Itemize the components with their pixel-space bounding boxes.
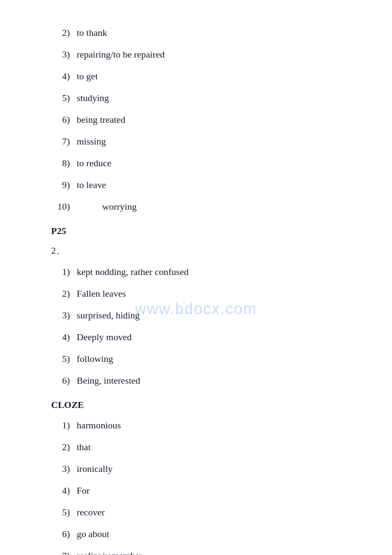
list-item: 3) ironically <box>51 462 349 476</box>
list-item: 3) surprised, hiding <box>51 308 349 322</box>
list-text: kept nodding, rather confused <box>77 265 189 279</box>
list-item: 10) worrying <box>51 199 349 214</box>
list-text: being treated <box>77 113 125 127</box>
list-item: 4) to get <box>51 69 349 83</box>
list-item: 8) to reduce <box>51 156 349 170</box>
list-number: 2) <box>51 286 77 301</box>
list-number: 3) <box>51 47 77 61</box>
section-1-list: 2) to thank 3) repairing/to be repaired … <box>51 26 349 214</box>
list-text: studying <box>77 91 109 105</box>
list-text: For <box>77 483 90 497</box>
list-number: 5) <box>51 505 77 519</box>
list-number: 9) <box>51 178 77 192</box>
list-item: 5) studying <box>51 91 349 105</box>
list-item: 7) missing <box>51 134 349 148</box>
list-number: 5) <box>51 352 77 366</box>
list-number: 7) <box>51 549 77 555</box>
list-text: to thank <box>77 26 107 40</box>
list-item: 7) realize/remember <box>51 549 349 555</box>
list-item: 5) following <box>51 352 349 366</box>
list-number: 2) <box>51 26 77 40</box>
list-text: missing <box>77 134 106 148</box>
list-item: 9) to leave <box>51 178 349 192</box>
list-text: go about <box>77 527 109 541</box>
list-number: 7) <box>51 134 77 148</box>
list-number: 1) <box>51 418 77 432</box>
list-item: 6) go about <box>51 527 349 541</box>
list-item: 2) that <box>51 440 349 454</box>
list-item: 4) Deeply moved <box>51 330 349 344</box>
list-number: 5) <box>51 91 77 105</box>
list-number: 6) <box>51 113 77 127</box>
list-text: to reduce <box>77 156 111 170</box>
list-item: 2) Fallen leaves <box>51 286 349 301</box>
list-text: Deeply moved <box>77 330 132 344</box>
list-item: 2) to thank <box>51 26 349 40</box>
list-text: realize/remember <box>77 549 142 555</box>
list-text: following <box>77 352 113 366</box>
list-item: 3) repairing/to be repaired <box>51 47 349 61</box>
list-number: 6) <box>51 373 77 387</box>
list-text: surprised, hiding <box>77 308 140 322</box>
list-text: harmonious <box>77 418 121 432</box>
list-number: 6) <box>51 527 77 541</box>
list-text: Being, interested <box>77 373 140 387</box>
cloze-list: 1) harmonious 2) that 3) ironically 4) F… <box>51 418 349 555</box>
list-text: repairing/to be repaired <box>77 47 164 61</box>
list-text: that <box>77 440 91 454</box>
list-item: 1) kept nodding, rather confused <box>51 265 349 279</box>
list-text: to get <box>77 69 98 83</box>
list-text: to leave <box>77 178 106 192</box>
list-number: 2) <box>51 440 77 454</box>
list-item: 4) For <box>51 483 349 497</box>
list-number: 1) <box>51 265 77 279</box>
list-text: ironically <box>77 462 112 476</box>
cloze-header: CLOZE <box>51 399 349 410</box>
list-item: 6) being treated <box>51 113 349 127</box>
list-number: 10) <box>51 199 77 214</box>
list-number: 3) <box>51 462 77 476</box>
section-2-list: 1) kept nodding, rather confused 2) Fall… <box>51 265 349 387</box>
list-text: Fallen leaves <box>77 286 126 301</box>
list-number: 4) <box>51 483 77 497</box>
list-item: 6) Being, interested <box>51 373 349 387</box>
document-content: 2) to thank 3) repairing/to be repaired … <box>51 26 349 555</box>
p25-header: P25 <box>51 225 349 237</box>
list-text: worrying <box>77 199 137 214</box>
list-number: 4) <box>51 330 77 344</box>
list-number: 4) <box>51 69 77 83</box>
list-item: 5) recover <box>51 505 349 519</box>
section-2-subheader: 2、 <box>51 244 349 257</box>
list-text: recover <box>77 505 105 519</box>
list-number: 8) <box>51 156 77 170</box>
list-number: 3) <box>51 308 77 322</box>
list-item: 1) harmonious <box>51 418 349 432</box>
